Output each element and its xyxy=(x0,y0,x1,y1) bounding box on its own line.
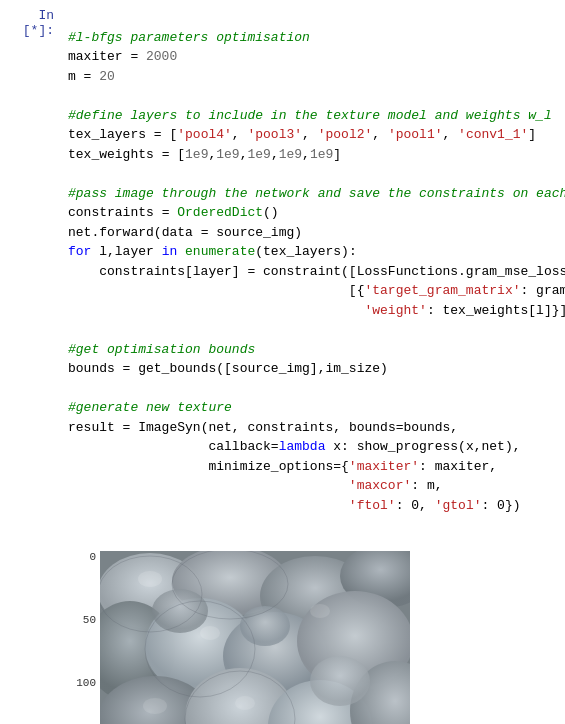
y-label-50: 50 xyxy=(68,614,96,626)
output-gutter xyxy=(0,543,60,725)
in-label: In xyxy=(38,8,54,23)
execution-count: [*]: xyxy=(23,23,54,38)
svg-point-19 xyxy=(310,656,370,706)
stones-svg xyxy=(100,551,410,725)
y-label-100: 100 xyxy=(68,677,96,689)
cell-content[interactable]: #l-bfgs parameters optimisation maxiter … xyxy=(60,0,565,543)
code-block: #l-bfgs parameters optimisation maxiter … xyxy=(68,8,557,535)
output-area: 0 50 100 150 200 xyxy=(0,543,565,725)
svg-point-29 xyxy=(310,604,330,618)
stones-image xyxy=(100,551,410,725)
cell-gutter: In [*]: xyxy=(0,0,60,543)
svg-point-30 xyxy=(143,698,167,714)
comment-generate: #generate new texture xyxy=(68,400,232,415)
svg-point-31 xyxy=(235,696,255,710)
output-content: 0 50 100 150 200 xyxy=(60,543,565,725)
plot-container: 0 50 100 150 200 xyxy=(68,551,557,725)
svg-point-28 xyxy=(138,571,162,587)
comment-pass: #pass image through the network and save… xyxy=(68,186,565,201)
svg-point-27 xyxy=(200,626,220,640)
comment-layers: #define layers to include in the texture… xyxy=(68,108,552,123)
code-cell: In [*]: #l-bfgs parameters optimisation … xyxy=(0,0,565,543)
svg-point-17 xyxy=(152,589,208,633)
y-axis-labels: 0 50 100 150 200 xyxy=(68,551,100,725)
y-label-0: 0 xyxy=(68,551,96,563)
comment-bounds: #get optimisation bounds xyxy=(68,342,255,357)
comment-bfgs: #l-bfgs parameters optimisation xyxy=(68,30,310,45)
